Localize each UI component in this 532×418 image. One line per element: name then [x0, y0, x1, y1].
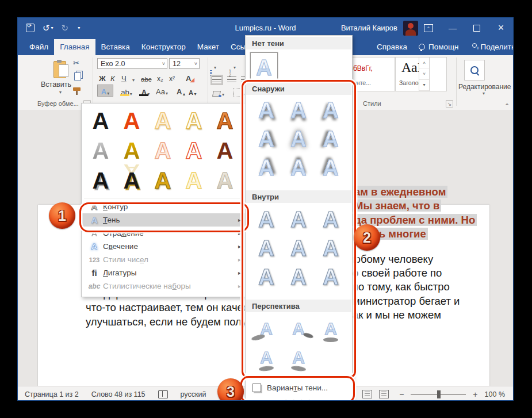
text-effect-style-3[interactable]: A: [147, 106, 178, 136]
tab-помощн[interactable]: Помощн: [415, 43, 462, 51]
text-effect-style-12[interactable]: A: [116, 166, 147, 195]
text-effect-style-13[interactable]: A: [147, 166, 178, 195]
glow-icon: А: [86, 241, 103, 251]
print-layout-view-icon[interactable]: [362, 390, 372, 398]
menu-item-stylistic: abcСтилистические наборы▸: [82, 279, 246, 293]
effect-letter: A: [186, 169, 202, 192]
text-effect-style-1[interactable]: A: [85, 106, 116, 136]
change-case-button[interactable]: Аа▾: [155, 85, 169, 96]
italic-button[interactable]: К: [109, 71, 116, 83]
account-name[interactable]: Виталий Каиров: [341, 24, 397, 32]
menu-item-label: Стилистические наборы: [103, 282, 238, 290]
highlighted-text-line: Мы знаем, что в: [353, 200, 477, 213]
text-effect-style-11[interactable]: A: [85, 166, 116, 195]
web-layout-view-icon[interactable]: [379, 390, 389, 398]
bold-button[interactable]: Ж: [98, 71, 107, 83]
copy-button[interactable]: [74, 72, 81, 80]
shrink-font-button[interactable]: А▼: [187, 85, 198, 96]
menu-item-glow[interactable]: АСвечение▸: [82, 240, 246, 253]
menu-item-label: Свечение: [103, 242, 238, 251]
underline-button[interactable]: Ч: [120, 71, 128, 83]
close-button[interactable]: ×: [489, 18, 513, 38]
font-color-button[interactable]: А▾: [137, 85, 154, 97]
text-line: юбому человеку: [353, 253, 477, 267]
language-indicator[interactable]: русский: [181, 390, 206, 398]
text-effect-style-4[interactable]: A: [178, 106, 209, 136]
text-effect-style-2[interactable]: A: [116, 106, 147, 136]
zoom-out-button[interactable]: −: [399, 390, 404, 399]
styles-gallery-more[interactable]: ▾: [419, 80, 429, 91]
text-effect-style-15[interactable]: A: [209, 166, 240, 195]
zoom-slider-handle[interactable]: [437, 390, 441, 398]
callout-number-2: 2: [354, 224, 380, 251]
tab-главная[interactable]: Главная: [54, 39, 95, 55]
word-window: ↺▾ ↻ ▾ Lumpics.ru - Word Виталий Каиров …: [17, 17, 514, 401]
paste-button[interactable]: Вставить: [41, 80, 71, 89]
tab-файл[interactable]: Файл: [24, 39, 54, 55]
text-line: по тому, как быстро: [353, 281, 477, 294]
effect-letter: A: [124, 169, 140, 192]
superscript-button[interactable]: x²: [168, 71, 176, 83]
format-painter-button[interactable]: [73, 87, 81, 91]
styles-dialog-launcher[interactable]: ↘: [446, 100, 453, 108]
shading-icon: [212, 90, 221, 97]
text-effect-style-14[interactable]: A: [178, 166, 209, 195]
paste-dropdown-icon[interactable]: ▾: [59, 90, 62, 95]
align-center-button[interactable]: [226, 72, 238, 83]
editing-dropdown-icon[interactable]: ▾: [483, 91, 485, 96]
zoom-slider[interactable]: [411, 394, 466, 395]
text-effect-style-10[interactable]: A: [209, 136, 240, 166]
maximize-button[interactable]: [465, 18, 489, 38]
text-line: ак и мы не можем: [353, 309, 477, 323]
text-effect-style-9[interactable]: A: [178, 136, 209, 166]
bullets-button[interactable]: ▾: [212, 59, 217, 70]
text-effect-style-7[interactable]: A: [116, 136, 147, 166]
align-center-icon: [227, 76, 236, 83]
shading-button[interactable]: ▾: [211, 86, 225, 97]
effect-letter: A: [186, 139, 202, 162]
editing-group-button[interactable]: Редактирование: [458, 83, 511, 91]
styles-scroll-up[interactable]: ˄: [419, 57, 429, 68]
zoom-level[interactable]: 100 %: [485, 390, 505, 398]
word-count[interactable]: Слово 48 из 115: [91, 390, 146, 398]
tab-поделиться[interactable]: Поделиться: [467, 43, 514, 51]
no-shadow-option[interactable]: A: [250, 52, 278, 83]
share-person-icon: [470, 43, 477, 50]
page-indicator[interactable]: Страница 1 из 2: [25, 390, 79, 398]
text-effect-style-6[interactable]: A: [85, 136, 116, 166]
font-size-combo[interactable]: 12˅: [169, 58, 200, 69]
text-effect-style-5[interactable]: A: [209, 106, 240, 136]
strikethrough-button[interactable]: abc: [140, 71, 153, 83]
tab-конструктор[interactable]: Конструктор: [136, 39, 192, 55]
grow-font-button[interactable]: А▲: [175, 85, 187, 96]
no-shadow-letter: A: [256, 57, 271, 79]
text-effects-dropdown: AAAAAAAAAAAAAAA AКонтурАТень▸АОтражение▸…: [81, 103, 247, 297]
minimize-button[interactable]: —: [441, 18, 465, 38]
numbering-button[interactable]: 12▾: [232, 59, 237, 70]
collapse-ribbon-button[interactable]: ⌃: [504, 102, 510, 110]
subscript-button[interactable]: x₂: [156, 71, 164, 83]
proofing-icon[interactable]: [158, 390, 168, 398]
effect-letter: A: [217, 109, 234, 132]
underline-dropdown-icon[interactable]: ▾: [131, 71, 136, 83]
styles-scroll-down[interactable]: ˅: [419, 68, 429, 79]
search-button[interactable]: [464, 60, 485, 80]
format-painter-icon: [73, 87, 81, 91]
align-left-button[interactable]: [211, 72, 223, 83]
menu-item-label: Лигатуры: [103, 269, 238, 277]
font-name-combo[interactable]: Exo 2.0˅: [97, 58, 167, 69]
text-line: о своей работе по: [353, 267, 477, 281]
tab-макет[interactable]: Макет: [192, 39, 225, 55]
cut-button[interactable]: ✂: [73, 59, 79, 67]
zoom-in-button[interactable]: +: [473, 390, 477, 399]
ribbon-display-options-button[interactable]: ^: [416, 18, 441, 38]
submenu-arrow-icon: ▸: [238, 256, 241, 263]
text-effect-style-8[interactable]: A: [147, 136, 178, 166]
tab-справка[interactable]: Справка: [373, 43, 411, 51]
clear-formatting-button[interactable]: А◢: [185, 71, 196, 83]
maximize-icon: [473, 25, 480, 32]
text-highlight-button[interactable]: ab▾: [117, 85, 136, 97]
text-effects-button[interactable]: А▾: [97, 85, 113, 97]
menu-item-ligatures[interactable]: fiЛигатуры▸: [82, 266, 246, 279]
tab-вставка[interactable]: Вставка: [95, 39, 136, 55]
